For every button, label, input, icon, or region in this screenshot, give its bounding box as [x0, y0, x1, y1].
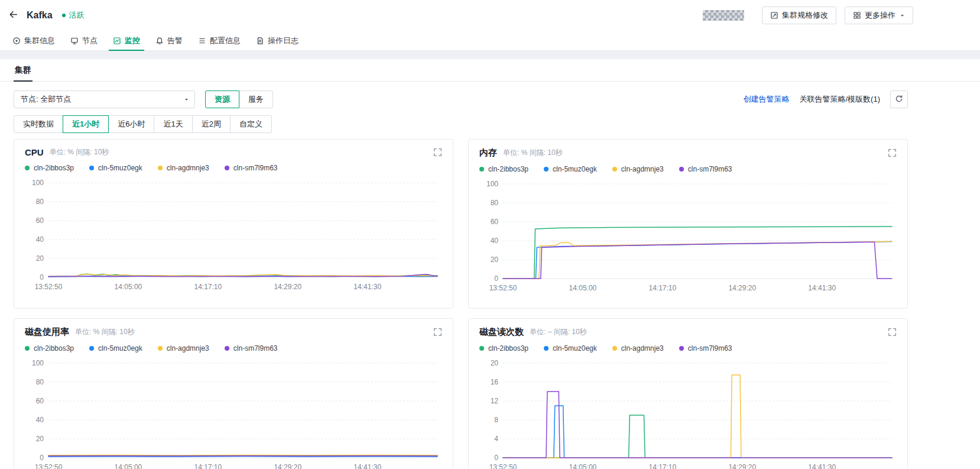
svg-text:20: 20	[491, 255, 499, 264]
legend-item[interactable]: cln-agdmnje3	[612, 165, 664, 173]
time-range-3[interactable]: 近1天	[154, 115, 192, 133]
legend-item[interactable]: cln-5muz0egk	[89, 164, 142, 172]
legend-label: cln-2ibbos3p	[34, 164, 74, 172]
svg-text:40: 40	[36, 416, 44, 424]
subtab-cluster[interactable]: 集群	[14, 59, 33, 81]
cluster-spec-modify-button[interactable]: 集群规格修改	[762, 7, 836, 24]
time-range-5[interactable]: 自定义	[230, 115, 272, 133]
chart-card-1: 内存单位: % 间隔: 10秒cln-2ibbos3pcln-5muz0egkc…	[468, 139, 908, 309]
svg-text:60: 60	[491, 218, 499, 226]
config-icon	[198, 37, 206, 45]
line-chart: 02040608010013:52:5014:05:0014:17:1014:2…	[25, 173, 442, 296]
legend-dot-icon	[158, 346, 163, 351]
back-arrow-icon	[8, 9, 18, 21]
back-button[interactable]	[8, 9, 18, 21]
legend-item[interactable]: cln-agdmnje3	[158, 164, 209, 172]
tab-monitor[interactable]: 监控	[105, 31, 148, 50]
line-chart: 04812162013:52:5014:05:0014:17:1014:29:2…	[479, 354, 897, 469]
svg-text:14:29:20: 14:29:20	[274, 463, 301, 469]
chart-legend: cln-2ibbos3pcln-5muz0egkcln-agdmnje3cln-…	[25, 344, 442, 352]
chart-legend: cln-2ibbos3pcln-5muz0egkcln-agdmnje3cln-…	[25, 164, 442, 172]
legend-label: cln-2ibbos3p	[488, 165, 528, 173]
legend-item[interactable]: cln-2ibbos3p	[25, 164, 74, 172]
legend-label: cln-sm7l9m63	[233, 344, 278, 352]
tab-cluster-info[interactable]: 集群信息	[5, 31, 63, 50]
svg-text:0: 0	[494, 454, 498, 462]
page-title: Kafka	[27, 10, 53, 21]
legend-label: cln-agdmnje3	[167, 344, 209, 352]
legend-dot-icon	[479, 167, 484, 172]
view-toggle-0[interactable]: 资源	[205, 90, 239, 108]
legend-item[interactable]: cln-5muz0egk	[89, 344, 142, 352]
chart-subtitle: 单位: – 间隔: 10秒	[530, 327, 587, 337]
legend-label: cln-5muz0egk	[553, 165, 597, 173]
expand-icon[interactable]	[433, 328, 442, 337]
legend-item[interactable]: cln-2ibbos3p	[479, 344, 528, 352]
legend-dot-icon	[612, 346, 617, 351]
legend-label: cln-2ibbos3p	[34, 344, 74, 352]
legend-item[interactable]: cln-agdmnje3	[158, 344, 209, 352]
tab-label: 集群信息	[24, 35, 55, 46]
tab-label: 节点	[82, 35, 98, 46]
time-range-2[interactable]: 近6小时	[108, 115, 154, 133]
svg-text:14:41:30: 14:41:30	[353, 463, 381, 469]
legend-item[interactable]: cln-5muz0egk	[544, 344, 597, 352]
top-bar-right: 集群规格修改 更多操作	[703, 7, 913, 24]
legend-item[interactable]: cln-2ibbos3p	[25, 344, 74, 352]
svg-text:14:29:20: 14:29:20	[274, 283, 301, 291]
filter-controls: 节点: 全部节点 资源服务 创建告警策略 关联告警策略/模版数(1)	[14, 90, 908, 108]
svg-text:40: 40	[36, 235, 44, 244]
time-range-0[interactable]: 实时数据	[14, 115, 63, 133]
tab-bar: 集群信息节点监控告警配置信息操作日志	[0, 31, 980, 51]
svg-text:12: 12	[491, 397, 499, 405]
expand-icon[interactable]	[433, 148, 442, 157]
legend-dot-icon	[479, 346, 484, 351]
tab-alarm[interactable]: 告警	[148, 31, 190, 50]
node-select-value: 节点: 全部节点	[21, 94, 71, 105]
cluster-spec-modify-label: 集群规格修改	[782, 10, 828, 21]
time-range-4[interactable]: 近2周	[192, 115, 231, 133]
legend-item[interactable]: cln-2ibbos3p	[479, 165, 528, 173]
expand-icon[interactable]	[888, 328, 897, 337]
expand-icon[interactable]	[888, 148, 897, 157]
tab-nodes[interactable]: 节点	[63, 31, 105, 50]
subtab-bar: 集群	[0, 59, 980, 82]
node-icon	[70, 37, 79, 45]
tab-config-info[interactable]: 配置信息	[190, 31, 248, 50]
legend-item[interactable]: cln-sm7l9m63	[225, 164, 278, 172]
chart-card-header: 磁盘使用率单位: % 间隔: 10秒	[25, 326, 442, 338]
chart-title: CPU	[25, 147, 44, 157]
tab-operation-log[interactable]: 操作日志	[248, 31, 306, 50]
view-toggle-1[interactable]: 服务	[239, 90, 273, 108]
line-chart: 02040608010013:52:5014:05:0014:17:1014:2…	[479, 174, 897, 297]
legend-item[interactable]: cln-sm7l9m63	[679, 344, 732, 352]
alarm-icon	[155, 37, 164, 45]
legend-item[interactable]: cln-5muz0egk	[544, 165, 597, 173]
legend-dot-icon	[544, 167, 549, 172]
time-range-label: 近6小时	[118, 119, 145, 130]
tab-label: 告警	[167, 35, 183, 46]
refresh-icon	[895, 95, 903, 105]
more-actions-button[interactable]: 更多操作	[845, 7, 913, 24]
legend-item[interactable]: cln-agdmnje3	[612, 344, 664, 352]
spec-edit-icon	[770, 11, 778, 20]
chart-card-3: 磁盘读次数单位: – 间隔: 10秒cln-2ibbos3pcln-5muz0e…	[468, 318, 908, 469]
refresh-button[interactable]	[890, 90, 908, 108]
more-actions-label: 更多操作	[865, 10, 895, 21]
legend-item[interactable]: cln-sm7l9m63	[225, 344, 278, 352]
legend-label: cln-5muz0egk	[98, 164, 142, 172]
legend-label: cln-sm7l9m63	[688, 165, 732, 173]
time-range-label: 近1天	[163, 119, 183, 130]
legend-item[interactable]: cln-sm7l9m63	[679, 165, 732, 173]
create-alert-link[interactable]: 创建告警策略	[744, 94, 790, 105]
node-select[interactable]: 节点: 全部节点	[14, 90, 195, 108]
tab-label: 操作日志	[268, 35, 298, 46]
assoc-alert-link[interactable]: 关联告警策略/模版数(1)	[800, 94, 881, 105]
status-dot-icon	[62, 14, 66, 17]
time-range-1[interactable]: 近1小时	[63, 115, 109, 133]
time-range-label: 实时数据	[23, 119, 54, 130]
legend-dot-icon	[225, 166, 229, 170]
svg-text:100: 100	[32, 359, 44, 367]
svg-text:13:52:50: 13:52:50	[489, 463, 517, 469]
legend-label: cln-sm7l9m63	[688, 344, 732, 352]
